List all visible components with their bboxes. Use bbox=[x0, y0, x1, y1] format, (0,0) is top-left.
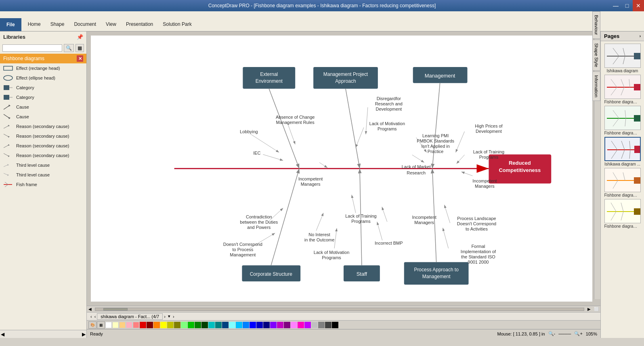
page-thumb-2[interactable]: Fishbone diagram ... bbox=[602, 75, 642, 104]
color-teal2[interactable] bbox=[215, 322, 222, 328]
lib-item-category-2[interactable]: Category bbox=[0, 92, 86, 102]
shape-style-tab[interactable]: Shape Style bbox=[592, 40, 600, 71]
color-white[interactable] bbox=[105, 322, 112, 328]
color-purple1[interactable] bbox=[270, 322, 277, 328]
color-green3[interactable] bbox=[195, 322, 201, 328]
lib-item-cause-2[interactable]: Cause bbox=[0, 112, 86, 122]
grid-button[interactable]: ▦ bbox=[76, 44, 84, 52]
color-lightorange[interactable] bbox=[119, 322, 126, 328]
palette-icon-1[interactable]: 🎨 bbox=[88, 321, 96, 329]
close-button[interactable]: ✕ bbox=[633, 0, 644, 11]
information-tab[interactable]: Information bbox=[592, 71, 600, 101]
lib-item-category-1[interactable]: Category bbox=[0, 83, 86, 92]
color-red[interactable] bbox=[140, 322, 146, 328]
page-thumb-label-5: Fishbone diagram ... bbox=[604, 193, 641, 197]
color-teal1[interactable] bbox=[208, 322, 215, 328]
lib-item-third-level-1[interactable]: Third level cause bbox=[0, 160, 86, 170]
color-gray2[interactable] bbox=[318, 322, 325, 328]
page-thumb-1[interactable]: Ishikawa diagram bbox=[602, 44, 642, 73]
lib-item-effect-ellipse[interactable]: Effect (ellipse head) bbox=[0, 73, 86, 83]
hscroll-right[interactable]: ▶ bbox=[586, 307, 592, 311]
hscroll-left[interactable]: ◀ bbox=[87, 307, 93, 311]
minimize-button[interactable]: — bbox=[610, 0, 621, 11]
color-lightpink[interactable] bbox=[126, 322, 132, 328]
lib-item-reason-3[interactable]: Reason (secondary cause) bbox=[0, 141, 86, 151]
horizontal-scrollbar[interactable] bbox=[95, 308, 584, 311]
color-pink2[interactable] bbox=[298, 322, 304, 328]
tab-dropdown[interactable]: ▾ bbox=[167, 314, 172, 319]
page-thumb-6[interactable]: Fishbone diagram ... bbox=[602, 199, 642, 229]
lib-item-effect-rect[interactable]: Effect (rectange head) bbox=[0, 63, 86, 73]
zoom-out-button[interactable]: 🔍- bbox=[548, 331, 556, 336]
color-black[interactable] bbox=[332, 322, 338, 328]
search-input[interactable] bbox=[2, 44, 62, 52]
menu-home[interactable]: Home bbox=[23, 20, 46, 29]
color-cyan2[interactable] bbox=[236, 322, 242, 328]
menu-shape[interactable]: Shape bbox=[46, 20, 69, 29]
tab-nav-next2[interactable]: › bbox=[172, 314, 176, 319]
color-orange2[interactable] bbox=[153, 322, 160, 328]
color-gray3[interactable] bbox=[325, 322, 331, 328]
menu-view[interactable]: View bbox=[101, 20, 121, 29]
menu-presentation[interactable]: Presentation bbox=[121, 20, 158, 29]
color-yellow4[interactable] bbox=[174, 322, 180, 328]
sidebar-header: Libraries 📌 bbox=[0, 31, 86, 42]
color-cyan1[interactable] bbox=[229, 322, 235, 328]
page-thumb-label-6: Fishbone diagram ... bbox=[604, 224, 641, 229]
color-gray1[interactable] bbox=[311, 322, 318, 328]
menu-solution-park[interactable]: Solution Park bbox=[158, 20, 196, 29]
color-darkred[interactable] bbox=[147, 322, 153, 328]
scrollbar-thumb-h[interactable] bbox=[103, 308, 128, 310]
behaviour-tab[interactable]: Behaviour bbox=[592, 11, 600, 39]
canvas[interactable]: Reduced Competitiveness External Environ… bbox=[91, 36, 592, 302]
sidebar-pin-icon[interactable]: 📌 bbox=[77, 34, 83, 40]
color-pink1[interactable] bbox=[291, 322, 297, 328]
color-lightred[interactable] bbox=[133, 322, 139, 328]
tab-nav-prev[interactable]: ‹ bbox=[89, 314, 93, 319]
svg-text:Development: Development bbox=[476, 129, 502, 134]
search-button[interactable]: 🔍 bbox=[64, 44, 74, 52]
svg-text:9001 2000: 9001 2000 bbox=[468, 260, 489, 264]
palette-icon-2[interactable]: ▦ bbox=[97, 321, 105, 329]
color-purple2[interactable] bbox=[277, 322, 283, 328]
color-yellow2[interactable] bbox=[160, 322, 167, 328]
color-pink3[interactable] bbox=[304, 322, 311, 328]
color-green4[interactable] bbox=[201, 322, 208, 328]
color-blue1[interactable] bbox=[243, 322, 249, 328]
file-menu[interactable]: File bbox=[0, 18, 21, 31]
page-tab[interactable]: shikawa diagram - Fact... (4/7 bbox=[97, 313, 163, 320]
lib-item-cause-1[interactable]: Cause bbox=[0, 102, 86, 112]
lib-item-fish-frame[interactable]: Fish frame bbox=[0, 180, 86, 189]
lib-item-reason-4[interactable]: Reason (secondary cause) bbox=[0, 151, 86, 160]
sidebar-scroll-right[interactable]: ▶ bbox=[82, 331, 86, 337]
zoom-in-button[interactable]: 🔍+ bbox=[574, 331, 582, 336]
no-interest-line bbox=[316, 213, 323, 231]
tab-nav-next[interactable]: › bbox=[163, 314, 167, 319]
page-thumb-3[interactable]: Fishbone diagram ... bbox=[602, 106, 642, 135]
zoom-slider[interactable]: ──── bbox=[558, 331, 571, 336]
maximize-button[interactable]: □ bbox=[621, 0, 633, 11]
tab-nav-prev2[interactable]: ‹ bbox=[93, 314, 97, 319]
color-green2[interactable] bbox=[188, 322, 194, 328]
lib-item-third-level-2[interactable]: Third level cause bbox=[0, 170, 86, 180]
library-close-button[interactable]: ✕ bbox=[77, 55, 83, 62]
color-blue4[interactable] bbox=[263, 322, 270, 328]
lib-item-reason-1[interactable]: Reason (secondary cause) bbox=[0, 122, 86, 131]
color-green1[interactable] bbox=[181, 322, 187, 328]
color-lightyellow[interactable] bbox=[112, 322, 119, 328]
lib-item-reason-2[interactable]: Reason (secondary cause) bbox=[0, 131, 86, 141]
hscroll-expand[interactable]: ⬜ bbox=[592, 307, 600, 311]
menu-document[interactable]: Document bbox=[69, 20, 101, 29]
color-yellow3[interactable] bbox=[167, 322, 174, 328]
color-purple3[interactable] bbox=[284, 322, 290, 328]
page-thumb-4[interactable]: Ishikawa diagram ... bbox=[602, 137, 642, 166]
sidebar-scroll-left[interactable]: ◀ bbox=[1, 331, 4, 337]
svg-rect-2 bbox=[4, 85, 9, 90]
color-teal3[interactable] bbox=[222, 322, 229, 328]
color-blue3[interactable] bbox=[256, 322, 263, 328]
left-sidebar: Libraries 📌 🔍 ▦ Fishbone diagrams ✕ Effe… bbox=[0, 31, 87, 338]
page-thumb-5[interactable]: Fishbone diagram ... bbox=[602, 168, 642, 197]
pages-collapse-button[interactable]: › bbox=[640, 34, 641, 38]
status-bar: Ready Mouse: [ 11.23, 0.85 ] in 🔍- ──── … bbox=[87, 329, 600, 338]
color-blue2[interactable] bbox=[250, 322, 256, 328]
